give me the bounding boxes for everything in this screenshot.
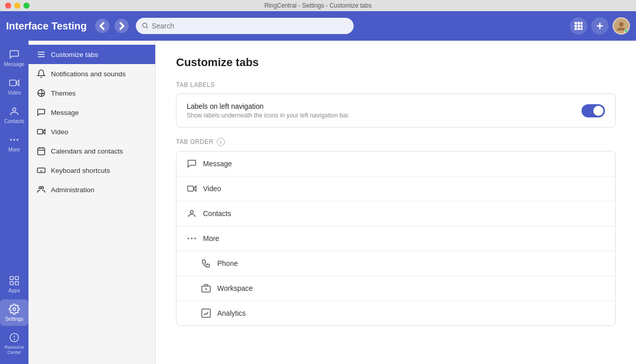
sidebar-item-resource-center[interactable]: Resource Center	[0, 328, 28, 359]
keyboard-icon	[37, 166, 46, 175]
phone-tab-icon	[201, 258, 211, 268]
titlebar: RingCentral - Settings - Customize tabs	[0, 0, 636, 11]
tab-order-item-contacts: Contacts	[177, 201, 615, 226]
tab-order-analytics-label: Analytics	[217, 309, 246, 317]
tab-order-section-label: Tab order	[176, 138, 214, 145]
settings-nav-notifications[interactable]: Notifications and sounds	[28, 64, 155, 83]
video-icon	[9, 77, 20, 88]
settings-nav-notifications-label: Notifications and sounds	[51, 70, 126, 78]
svg-marker-49	[193, 186, 196, 191]
settings-nav-message[interactable]: Message	[28, 103, 155, 122]
settings-nav-calendars[interactable]: Calendars and contacts	[28, 141, 155, 161]
maximize-button[interactable]	[23, 3, 30, 9]
svg-rect-7	[581, 25, 583, 27]
svg-rect-23	[15, 282, 18, 285]
header: Interface Testing	[0, 11, 636, 41]
window-title: RingCentral - Settings - Customize tabs	[265, 2, 372, 9]
svg-rect-14	[10, 80, 16, 86]
sidebar-item-more-label: More	[9, 147, 20, 153]
svg-rect-38	[38, 168, 45, 173]
sidebar-item-apps[interactable]: Apps	[0, 271, 28, 297]
svg-point-16	[13, 108, 16, 111]
labels-on-left-nav-row: Labels on left navigation Show labels un…	[177, 94, 615, 127]
labels-toggle[interactable]	[582, 104, 605, 117]
svg-rect-6	[577, 25, 580, 27]
message-icon	[9, 49, 20, 60]
svg-rect-21	[15, 277, 18, 280]
video-tab-icon	[187, 184, 197, 194]
svg-point-0	[142, 23, 147, 27]
svg-rect-4	[581, 22, 583, 24]
settings-nav-keyboard[interactable]: Keyboard shortcuts	[28, 161, 155, 180]
settings-nav: Customize tabs Notifications and sounds …	[28, 41, 156, 364]
settings-nav-administration[interactable]: Administration	[28, 180, 155, 199]
tab-order-item-workspace: Workspace	[177, 276, 615, 301]
minimize-button[interactable]	[14, 3, 20, 9]
calendar-icon	[37, 146, 46, 156]
avatar[interactable]	[613, 17, 630, 35]
svg-point-53	[194, 238, 196, 239]
svg-point-24	[13, 308, 16, 311]
sidebar-item-contacts[interactable]: Contacts	[0, 102, 28, 128]
content: Customize tabs Tab labels Labels on left…	[156, 41, 636, 364]
sidebar-item-message-label: Message	[4, 62, 25, 67]
svg-rect-57	[202, 309, 211, 318]
settings-nav-customize-tabs[interactable]: Customize tabs	[28, 45, 155, 64]
left-sidebar: Message Video Contacts More	[0, 41, 28, 364]
sidebar-item-contacts-label: Contacts	[4, 118, 24, 124]
settings-nav-video-label: Video	[51, 128, 68, 136]
svg-point-50	[190, 210, 193, 214]
search-input[interactable]	[152, 22, 348, 30]
search-bar[interactable]	[136, 18, 354, 34]
svg-rect-8	[574, 28, 577, 30]
customize-tabs-icon	[37, 50, 46, 59]
settings-nav-message-label: Message	[51, 109, 79, 116]
svg-point-47	[41, 187, 44, 189]
notifications-icon	[37, 69, 46, 78]
svg-rect-10	[581, 28, 583, 30]
sidebar-item-more[interactable]: More	[0, 130, 28, 157]
tab-order-item-message: Message	[177, 151, 615, 176]
settings-nav-themes[interactable]: Themes	[28, 83, 155, 103]
more-icon	[9, 134, 20, 145]
tab-order-message-label: Message	[203, 160, 232, 168]
add-button[interactable]	[591, 17, 609, 35]
svg-rect-9	[577, 28, 580, 30]
forward-button[interactable]	[114, 19, 129, 33]
svg-point-52	[191, 238, 193, 239]
apps-icon	[9, 275, 20, 286]
sidebar-item-settings[interactable]: Settings	[0, 299, 28, 326]
settings-nav-administration-label: Administration	[51, 186, 95, 194]
svg-rect-32	[38, 130, 43, 134]
contacts-icon	[9, 106, 20, 117]
settings-nav-keyboard-label: Keyboard shortcuts	[51, 167, 110, 174]
message-settings-icon	[37, 108, 46, 117]
svg-point-17	[10, 139, 12, 141]
svg-rect-2	[574, 22, 577, 24]
video-settings-icon	[37, 127, 46, 136]
sidebar-item-video[interactable]: Video	[0, 73, 28, 100]
close-button[interactable]	[5, 3, 11, 9]
svg-rect-20	[10, 277, 13, 280]
tab-order-phone-label: Phone	[217, 259, 238, 267]
settings-nav-video[interactable]: Video	[28, 122, 155, 141]
svg-rect-22	[10, 282, 13, 285]
svg-rect-48	[188, 186, 194, 191]
svg-marker-15	[16, 80, 19, 86]
sidebar-item-message[interactable]: Message	[0, 45, 28, 71]
more-tab-icon	[187, 233, 197, 244]
back-button[interactable]	[95, 19, 109, 33]
labels-on-left-nav-desc: Show labels underneath the icons in your…	[187, 112, 582, 119]
workspace-tab-icon	[201, 283, 211, 293]
svg-point-27	[14, 339, 15, 340]
settings-nav-calendars-label: Calendars and contacts	[51, 147, 123, 155]
tab-order-item-video: Video	[177, 176, 615, 201]
apps-grid-button[interactable]	[570, 17, 587, 35]
message-tab-icon	[187, 159, 197, 169]
svg-point-13	[619, 22, 624, 27]
settings-nav-customize-tabs-label: Customize tabs	[51, 51, 98, 58]
settings-icon	[9, 304, 20, 315]
svg-line-1	[146, 27, 148, 28]
header-actions	[570, 17, 630, 35]
tab-order-info-icon[interactable]: i	[217, 138, 225, 146]
